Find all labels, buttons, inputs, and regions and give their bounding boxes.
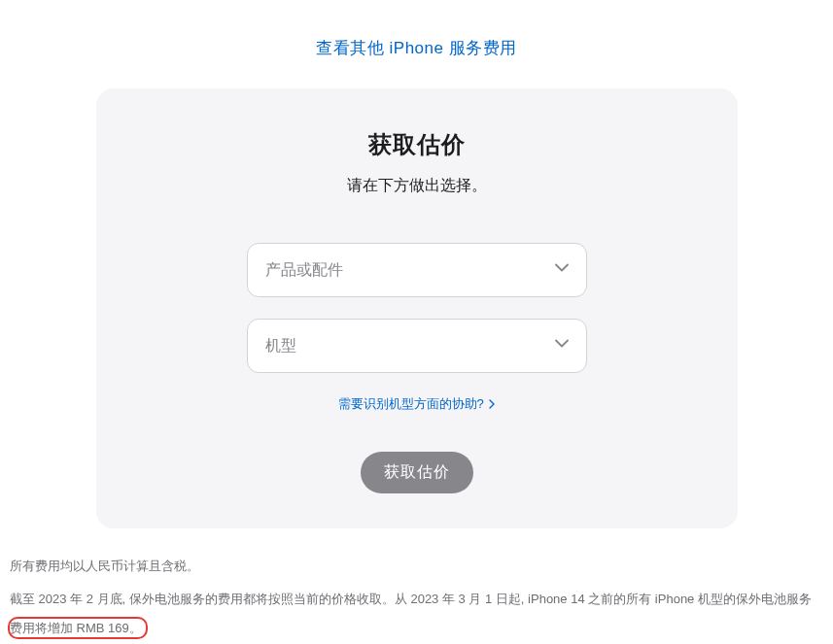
card-subtitle: 请在下方做出选择。: [135, 176, 699, 196]
product-select[interactable]: 产品或配件: [247, 243, 587, 297]
chevron-down-icon: [555, 339, 569, 353]
product-select-wrapper: 产品或配件: [247, 243, 587, 297]
chevron-right-icon: [489, 397, 495, 412]
card-title: 获取估价: [135, 129, 699, 160]
footer-line-2: 截至 2023 年 2 月底, 保外电池服务的费用都将按照当前的价格收取。从 2…: [10, 585, 816, 643]
help-link-label: 需要识别机型方面的协助?: [338, 396, 484, 411]
chevron-down-icon: [555, 263, 569, 277]
model-select-wrapper: 机型: [247, 319, 587, 373]
estimate-card: 获取估价 请在下方做出选择。 产品或配件 机型 需要识别机型方面的协助? 获取估…: [96, 88, 738, 528]
footer-line-2-part1: 截至 2023 年 2 月底, 保外电池服务的费用都将按照当前的价格收取。从 2…: [10, 592, 812, 606]
product-select-placeholder: 产品或配件: [265, 260, 343, 281]
footer-text: 所有费用均以人民币计算且含税。 截至 2023 年 2 月底, 保外电池服务的费…: [10, 552, 816, 643]
help-link-container: 需要识别机型方面的协助?: [135, 394, 699, 413]
top-link-container: 查看其他 iPhone 服务费用: [0, 0, 833, 88]
model-select-placeholder: 机型: [265, 336, 296, 356]
other-services-link[interactable]: 查看其他 iPhone 服务费用: [316, 39, 516, 57]
price-increase-highlight: 费用将增加 RMB 169。: [8, 617, 148, 639]
get-estimate-button[interactable]: 获取估价: [361, 452, 473, 493]
footer-line-1: 所有费用均以人民币计算且含税。: [10, 552, 816, 581]
identify-model-help-link[interactable]: 需要识别机型方面的协助?: [338, 396, 496, 411]
model-select[interactable]: 机型: [247, 319, 587, 373]
